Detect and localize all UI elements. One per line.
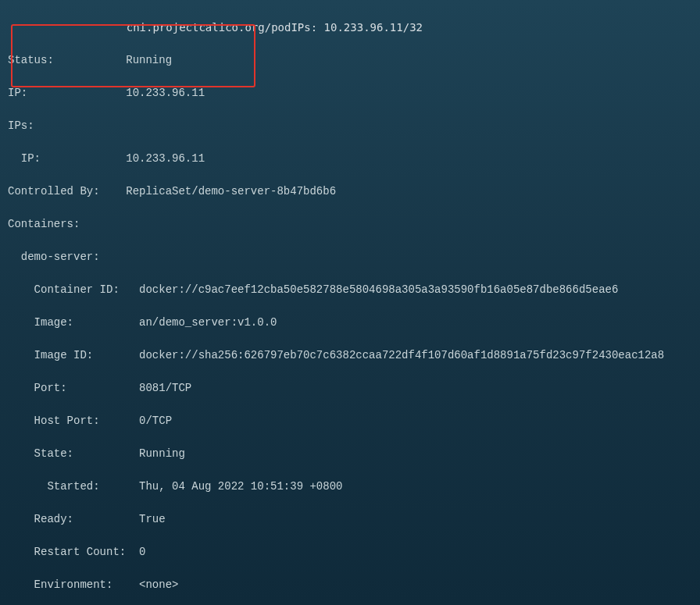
host-port-label: Host Port:: [8, 413, 139, 429]
ips-sub-label: IP:: [8, 151, 126, 167]
image-id-row: Image ID: docker://sha256:626797eb70c7c6…: [8, 347, 692, 364]
image-label: Image:: [8, 315, 139, 331]
ip-value: 10.233.96.11: [126, 87, 205, 99]
containers-label: Containers:: [8, 216, 692, 233]
ips-sub-row: IP: 10.233.96.11: [8, 151, 692, 167]
container-id-label: Container ID:: [8, 282, 139, 298]
port-row: Port: 8081/TCP: [8, 380, 692, 397]
container-name: demo-server:: [8, 249, 692, 265]
controlled-by-row: Controlled By: ReplicaSet/demo-server-8b…: [8, 183, 692, 200]
started-row: Started: Thu, 04 Aug 2022 10:51:39 +0800: [8, 479, 692, 495]
ips-sub-value: 10.233.96.11: [126, 152, 205, 165]
restart-value: 0: [139, 546, 145, 558]
controlled-by-value: ReplicaSet/demo-server-8b47bd6b6: [126, 185, 336, 198]
ready-value: True: [139, 513, 166, 525]
ips-row: IPs:: [8, 118, 692, 134]
status-row: Status: Running: [8, 52, 692, 69]
env-label: Environment:: [8, 577, 139, 593]
ip-row: IP: 10.233.96.11: [8, 85, 692, 101]
state-label: State:: [8, 446, 139, 462]
image-id-label: Image ID:: [8, 347, 139, 364]
controlled-by-label: Controlled By:: [8, 183, 126, 200]
image-id-value: docker://sha256:626797eb70c7c6382ccaa722…: [139, 349, 664, 361]
restart-row: Restart Count: 0: [8, 544, 692, 561]
port-value: 8081/TCP: [139, 382, 191, 394]
status-value: Running: [126, 54, 172, 66]
started-label: Started:: [8, 479, 139, 495]
started-value: Thu, 04 Aug 2022 10:51:39 +0800: [139, 480, 342, 493]
env-value: <none>: [139, 578, 178, 591]
terminal-output: cni.projectcalico.org/podIPs: 10.233.96.…: [0, 0, 700, 605]
env-row: Environment: <none>: [8, 577, 692, 593]
restart-label: Restart Count:: [8, 544, 139, 561]
ready-label: Ready:: [8, 511, 139, 528]
image-value: an/demo_server:v1.0.0: [139, 316, 277, 329]
port-label: Port:: [8, 380, 139, 397]
container-id-value: docker://c9ac7eef12cba50e582788e5804698a…: [139, 283, 618, 296]
ip-label: IP:: [8, 85, 126, 101]
state-row: State: Running: [8, 446, 692, 462]
host-port-value: 0/TCP: [139, 415, 172, 427]
status-label: Status:: [8, 52, 126, 69]
ips-label: IPs:: [8, 119, 34, 132]
annotation-line: cni.projectcalico.org/podIPs: 10.233.96.…: [8, 20, 692, 36]
container-id-row: Container ID: docker://c9ac7eef12cba50e5…: [8, 282, 692, 298]
image-row: Image: an/demo_server:v1.0.0: [8, 315, 692, 331]
state-value: Running: [139, 447, 185, 460]
ready-row: Ready: True: [8, 511, 692, 528]
host-port-row: Host Port: 0/TCP: [8, 413, 692, 429]
